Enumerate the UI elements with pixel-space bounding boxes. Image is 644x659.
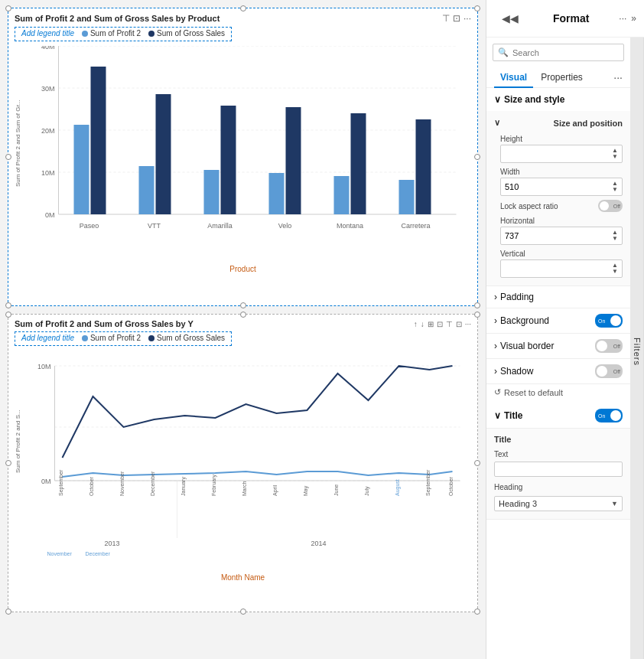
panel-body: 🔍 Visual Properties ··· ∨ Size and style xyxy=(486,38,644,659)
svg-text:October: October xyxy=(89,476,94,496)
title-text-input[interactable] xyxy=(499,465,606,474)
resize-handle2-tr[interactable] xyxy=(474,312,480,318)
size-style-body: ∨ Size and position Height ▲▼ Width xyxy=(486,111,630,285)
background-state: On xyxy=(598,318,605,324)
chart1-legend-add[interactable]: Add legend title xyxy=(21,29,74,38)
chart2-legend-add[interactable]: Add legend title xyxy=(21,334,74,342)
title-toggle-knob xyxy=(610,410,621,421)
bar-chart-container[interactable]: Sum of Profit 2 and Sum of Gross Sales b… xyxy=(8,8,478,306)
svg-rect-16 xyxy=(221,106,236,214)
chart2-title: Sum of Profit 2 and Sum of Gross Sales b… xyxy=(15,319,194,328)
background-toggle[interactable]: On xyxy=(595,314,623,328)
tabs-row: Visual Properties ··· xyxy=(486,67,630,88)
filters-label: Filters xyxy=(633,338,642,366)
vertical-label: Vertical xyxy=(500,250,623,258)
line-chart-container[interactable]: Sum of Profit 2 and Sum of Gross Sales b… xyxy=(8,314,478,612)
chart2-focus-icon[interactable]: ⊡ xyxy=(456,320,462,328)
title-subsection-label: Title xyxy=(494,432,623,445)
resize-handle-br[interactable] xyxy=(474,302,480,308)
svg-text:December: December xyxy=(86,551,111,556)
chart2-icons: ↑ ↓ ⊞ ⊡ ⊤ ⊡ ··· xyxy=(414,320,471,328)
resize-handle2-tl[interactable] xyxy=(5,312,11,318)
tab-visual[interactable]: Visual xyxy=(494,68,533,88)
resize-handle-tr[interactable] xyxy=(474,5,480,11)
horizontal-input[interactable] xyxy=(505,231,597,240)
reset-button[interactable]: ↺ Reset to default xyxy=(486,384,630,403)
heading-select[interactable]: Heading 3 ▼ xyxy=(494,496,623,511)
size-position-chevron: ∨ xyxy=(494,118,500,128)
title-toggle[interactable]: On xyxy=(595,409,623,422)
width-spinner[interactable]: ▲▼ xyxy=(612,181,618,193)
resize-handle-bm[interactable] xyxy=(240,302,246,308)
sort-desc-icon[interactable]: ↓ xyxy=(421,320,424,328)
size-position-header[interactable]: ∨ Size and position xyxy=(494,114,623,130)
height-spinner[interactable]: ▲▼ xyxy=(612,148,618,160)
format-more-icon[interactable]: ··· xyxy=(619,13,626,24)
resize-handle-tl[interactable] xyxy=(5,5,11,11)
lock-aspect-label: Lock aspect ratio xyxy=(500,202,558,210)
resize-handle2-bl[interactable] xyxy=(5,608,11,615)
svg-text:10M: 10M xyxy=(41,169,55,177)
format-expand-icon[interactable]: » xyxy=(631,13,636,24)
format-header: ◀◀ Format ··· » xyxy=(486,0,644,38)
heading-dropdown-icon: ▼ xyxy=(611,500,618,507)
expand-icon[interactable]: ⊞ xyxy=(428,320,434,328)
chart2-filter-icon[interactable]: ⊤ xyxy=(446,320,453,328)
horizontal-spinner[interactable]: ▲▼ xyxy=(612,230,618,242)
tab-more[interactable]: ··· xyxy=(613,71,623,83)
shadow-section[interactable]: › Shadow Off xyxy=(486,359,630,384)
svg-rect-14 xyxy=(156,94,171,214)
svg-text:20M: 20M xyxy=(41,127,55,135)
svg-text:August: August xyxy=(395,479,401,496)
horizontal-input-wrapper: ▲▼ xyxy=(500,227,623,245)
width-input[interactable] xyxy=(505,182,597,191)
svg-rect-11 xyxy=(74,125,89,214)
svg-rect-13 xyxy=(139,166,154,214)
visual-border-toggle[interactable]: Off xyxy=(595,339,623,353)
resize-handle-tm[interactable] xyxy=(240,5,246,11)
search-icon: 🔍 xyxy=(498,47,509,57)
title-section-row[interactable]: ∨ Title On xyxy=(486,403,630,429)
more-icon[interactable]: ··· xyxy=(463,13,471,24)
chart1-legend-item-2: Sum of Gross Sales xyxy=(148,29,225,38)
svg-rect-21 xyxy=(399,180,415,214)
filters-tab[interactable]: Filters xyxy=(630,38,644,659)
chart2-legend-label-gross: Sum of Gross Sales xyxy=(157,334,225,342)
back-button[interactable]: ◀◀ xyxy=(494,6,523,31)
sort-asc-icon[interactable]: ↑ xyxy=(414,320,418,328)
title-state: On xyxy=(598,413,605,419)
svg-text:September: September xyxy=(425,469,431,496)
focus-icon[interactable]: ⊡ xyxy=(453,13,460,24)
chart1-legend: Add legend title Sum of Profit 2 Sum of … xyxy=(15,27,232,41)
chart2-more-icon[interactable]: ··· xyxy=(465,320,471,328)
padding-section[interactable]: › Padding xyxy=(486,286,630,308)
visual-border-section[interactable]: › Visual border Off xyxy=(486,334,630,359)
filter-icon[interactable]: ⊤ xyxy=(442,13,450,24)
title-section-header-label: ∨ Title xyxy=(494,410,522,421)
search-input[interactable] xyxy=(512,48,619,57)
chart1-title: Sum of Profit 2 and Sum of Gross Sales b… xyxy=(15,14,220,23)
resize-handle2-bm[interactable] xyxy=(240,608,246,615)
title-text-label: Text xyxy=(494,450,623,458)
resize-handle2-br[interactable] xyxy=(474,608,480,615)
chart2-x-title: Month Name xyxy=(8,573,477,585)
search-box[interactable]: 🔍 xyxy=(493,44,624,61)
resize-handle2-tm[interactable] xyxy=(240,312,246,318)
resize-handle-bl[interactable] xyxy=(5,302,11,308)
vertical-input[interactable] xyxy=(505,264,597,273)
background-label-wrapper: › Background xyxy=(494,315,549,326)
background-section[interactable]: › Background On xyxy=(486,308,630,334)
format-panel: ◀◀ Format ··· » 🔍 Visual Properties ··· xyxy=(486,0,644,659)
size-style-header[interactable]: ∨ Size and style xyxy=(486,88,630,111)
tab-properties[interactable]: Properties xyxy=(535,68,589,88)
height-input[interactable] xyxy=(505,149,597,158)
shadow-toggle[interactable]: Off xyxy=(595,364,623,378)
size-position-body: Height ▲▼ Width ▲▼ Lock a xyxy=(494,135,623,278)
title-text-input-wrapper xyxy=(494,462,623,477)
vertical-spinner[interactable]: ▲▼ xyxy=(612,263,618,275)
drilldown-icon[interactable]: ⊡ xyxy=(437,320,443,328)
title-outer-section: ∨ Title On Title Text xyxy=(486,403,630,520)
lock-aspect-toggle[interactable]: Off xyxy=(598,200,623,212)
width-label: Width xyxy=(500,168,623,176)
shadow-label: Shadow xyxy=(500,366,533,377)
